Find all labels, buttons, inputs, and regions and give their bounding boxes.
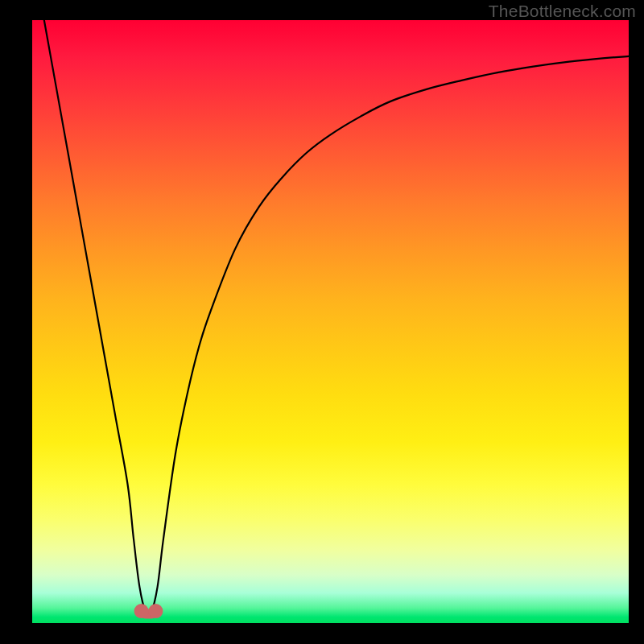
curve-layer [32,20,629,623]
plot-area [32,20,629,623]
curve-marker [148,604,163,618]
marker-group [134,604,163,618]
watermark-text: TheBottleneck.com [489,2,636,21]
chart-frame: TheBottleneck.com [0,0,644,644]
bottleneck-curve [44,20,629,614]
curve-marker [134,604,149,618]
